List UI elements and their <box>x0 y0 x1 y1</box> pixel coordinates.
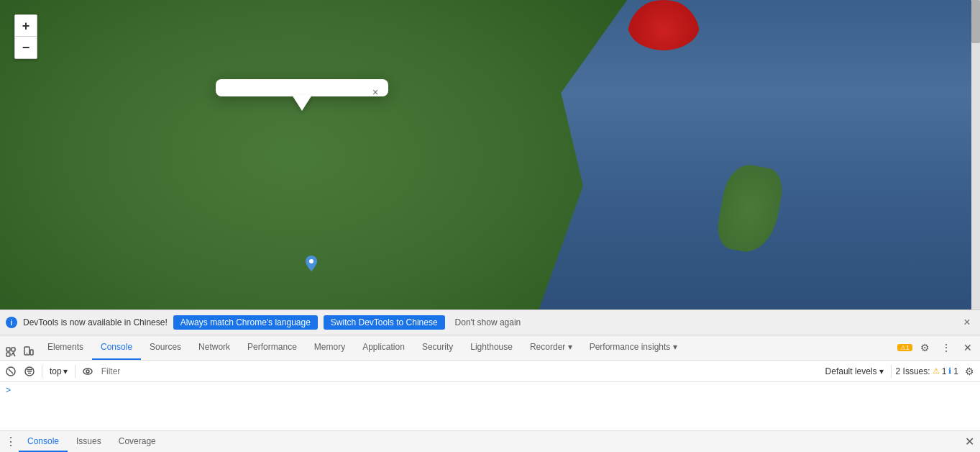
tab-sources[interactable]: Sources <box>141 335 190 360</box>
warn-icon: ⚠ <box>933 366 940 376</box>
svg-rect-5 <box>30 350 33 355</box>
tab-console[interactable]: Console <box>92 335 141 360</box>
console-issues-count: 2 Issues: ⚠ 1 ℹ 1 <box>896 366 958 376</box>
dont-show-again-button[interactable]: Don't show again <box>451 315 526 330</box>
eye-icon-button[interactable] <box>80 363 96 379</box>
map-zoom-controls: + − <box>14 14 37 59</box>
devtools-settings-button[interactable]: ⚙ <box>915 338 934 357</box>
execution-context-selector[interactable]: top ▾ <box>47 365 70 378</box>
bottom-tab-console[interactable]: Console <box>19 431 68 452</box>
map-popup: × <box>216 79 388 96</box>
map-scrollbar[interactable] <box>971 0 980 309</box>
console-settings-button[interactable]: ⚙ <box>961 363 977 379</box>
tab-elements[interactable]: Elements <box>39 335 92 360</box>
issues-badge: ⚠1 <box>897 344 912 351</box>
clear-console-button[interactable] <box>3 363 19 379</box>
inspect-element-button[interactable] <box>3 344 19 360</box>
svg-point-0 <box>309 259 313 263</box>
toolbar-divider-2 <box>75 365 75 378</box>
bottom-tab-issues[interactable]: Issues <box>68 431 110 452</box>
show-filter-button[interactable] <box>22 363 37 379</box>
bottom-drawer-close-button[interactable]: ✕ <box>961 434 977 450</box>
devtools-more-button[interactable]: ⋮ <box>937 338 956 357</box>
bottom-drawer-tab-bar: ⋮ Console Issues Coverage ✕ <box>0 430 980 452</box>
bottom-kebab-menu-button[interactable]: ⋮ <box>3 434 19 450</box>
tab-network[interactable]: Network <box>190 335 239 360</box>
console-output-area: > <box>0 382 980 430</box>
svg-point-6 <box>27 353 28 354</box>
notification-info-icon: i <box>6 317 17 328</box>
map-container: × + − <box>0 0 980 309</box>
toolbar-divider-3 <box>891 365 892 378</box>
switch-devtools-language-button[interactable]: Switch DevTools to Chinese <box>324 315 445 330</box>
popup-close-button[interactable]: × <box>368 85 383 99</box>
toolbar-divider-1 <box>42 365 42 378</box>
tab-application[interactable]: Application <box>354 335 413 360</box>
info-icon: ℹ <box>948 366 951 376</box>
map-scrollbar-thumb[interactable] <box>971 0 980 43</box>
tab-recorder[interactable]: Recorder ▾ <box>521 335 581 360</box>
console-toolbar: top ▾ Default levels ▾ 2 Issues: ⚠ 1 ℹ 1… <box>0 361 980 382</box>
svg-point-13 <box>83 369 92 374</box>
zoom-out-button[interactable]: − <box>15 37 37 58</box>
devtools-tab-bar: Elements Console Sources Network Perform… <box>0 335 980 361</box>
log-levels-selector[interactable]: Default levels ▾ <box>823 365 887 378</box>
svg-rect-2 <box>12 348 15 351</box>
map-ocean <box>539 0 980 309</box>
zoom-in-button[interactable]: + <box>15 15 37 37</box>
tab-performance-insights[interactable]: Performance insights ▾ <box>581 335 686 360</box>
device-toolbar-button[interactable] <box>20 344 36 360</box>
notification-close-button[interactable]: × <box>960 315 974 330</box>
devtools-tab-actions: ⚠1 ⚙ ⋮ ✕ <box>894 338 977 360</box>
console-input-caret[interactable]: > <box>6 382 974 398</box>
tab-lighthouse[interactable]: Lighthouse <box>462 335 521 360</box>
tab-performance[interactable]: Performance <box>239 335 306 360</box>
tab-memory[interactable]: Memory <box>306 335 354 360</box>
devtools-notification-bar: i DevTools is now available in Chinese! … <box>0 309 980 335</box>
console-filter-input[interactable] <box>99 363 820 379</box>
always-match-language-button[interactable]: Always match Chrome's language <box>173 315 318 330</box>
map-location-pin <box>306 256 317 271</box>
devtools-close-button[interactable]: ✕ <box>958 338 977 357</box>
bottom-tab-coverage[interactable]: Coverage <box>110 431 165 452</box>
svg-rect-3 <box>6 353 10 356</box>
tab-security[interactable]: Security <box>413 335 462 360</box>
svg-line-8 <box>9 369 13 374</box>
svg-point-14 <box>86 370 89 373</box>
notification-message: DevTools is now available in Chinese! <box>23 317 168 327</box>
svg-rect-1 <box>6 348 10 351</box>
